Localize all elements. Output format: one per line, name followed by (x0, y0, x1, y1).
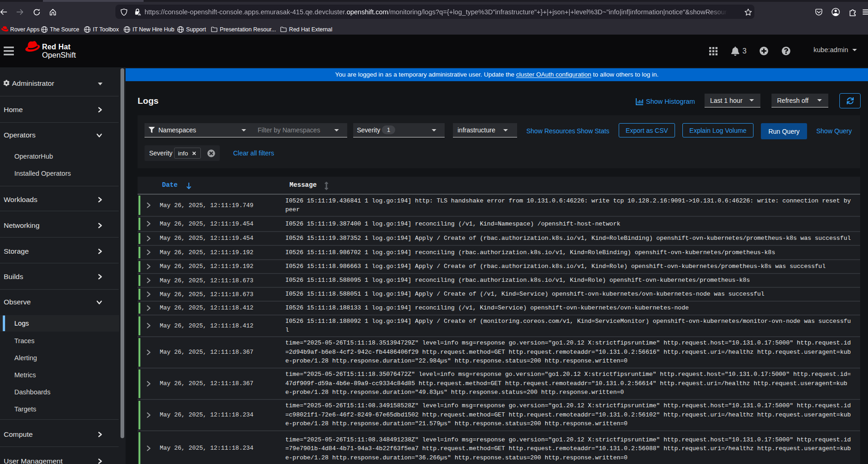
svg-text:Red Hat: Red Hat (42, 43, 71, 51)
svg-text:OpenShift: OpenShift (42, 51, 76, 59)
